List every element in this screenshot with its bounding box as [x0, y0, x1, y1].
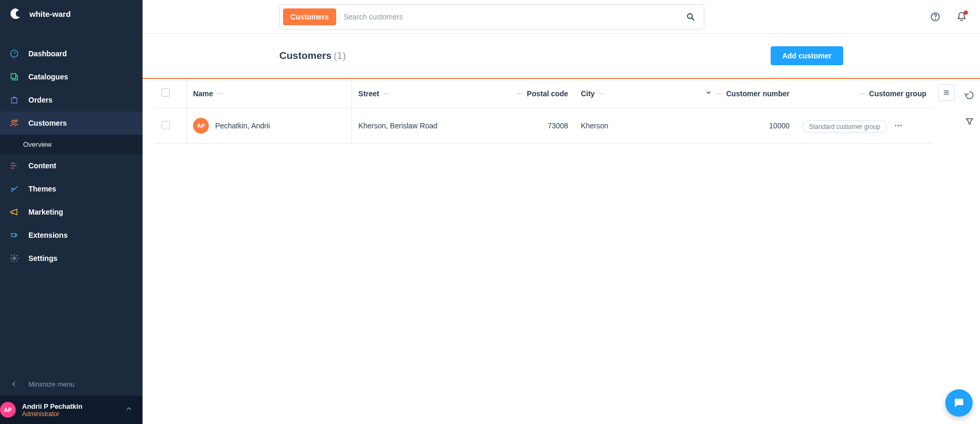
row-checkbox[interactable] [161, 121, 170, 129]
row-postal-cell: 73008 [470, 108, 574, 144]
col-street-header[interactable]: Street··· [352, 79, 470, 108]
brand-logo-icon [9, 7, 22, 20]
svg-rect-2 [12, 98, 17, 103]
add-customer-button[interactable]: Add customer [771, 46, 843, 65]
col-name-header[interactable]: Name··· [186, 79, 351, 108]
user-role: Administrator [22, 410, 83, 418]
dashboard-icon [9, 49, 19, 58]
nav-themes[interactable]: Themes [0, 177, 143, 200]
nav-themes-label: Themes [28, 185, 56, 193]
svg-point-7 [688, 14, 692, 18]
col-number-menu-icon[interactable]: ··· [716, 89, 722, 97]
nav-customers[interactable]: Customers [0, 112, 143, 135]
page-count: (1) [334, 50, 346, 62]
nav-settings[interactable]: Settings [0, 247, 143, 270]
filter-icon[interactable] [964, 116, 975, 127]
svg-rect-5 [12, 234, 16, 237]
sidebar: white-ward Dashboard Catalogues Orders [0, 0, 143, 424]
minimize-icon [9, 379, 19, 389]
user-bar[interactable]: AP Andrii P Pechatkin Administrator [0, 396, 143, 424]
row-city-cell: Kherson [574, 108, 658, 144]
col-number-header[interactable]: ··· Customer number [658, 79, 796, 108]
nav-marketing[interactable]: Marketing [0, 200, 143, 224]
col-group-header[interactable]: ···Customer group [796, 79, 933, 108]
extensions-icon [9, 230, 19, 240]
nav-settings-label: Settings [28, 254, 57, 263]
search-bar: Customers [279, 4, 704, 29]
col-group-menu-icon[interactable]: ··· [859, 89, 865, 97]
nav-catalogues-label: Catalogues [28, 73, 68, 81]
catalogues-icon [9, 72, 19, 82]
nav-customers-overview[interactable]: Overview [0, 135, 143, 154]
brand: white-ward [0, 0, 143, 27]
notification-dot [964, 11, 968, 15]
settings-icon [9, 254, 19, 263]
col-group-label: Customer group [869, 89, 926, 98]
nav-marketing-label: Marketing [28, 208, 63, 216]
col-checkbox-header [155, 79, 186, 108]
minimize-label: Minimize menu [28, 380, 74, 388]
columns-settings-button[interactable] [938, 84, 955, 101]
nav-customers-label: Customers [28, 119, 67, 127]
col-street-menu-icon[interactable]: ··· [383, 89, 389, 97]
user-avatar: AP [0, 402, 16, 418]
customers-icon [9, 118, 19, 128]
row-name: Pechatkin, Andrii [215, 122, 270, 130]
search-input[interactable] [336, 13, 685, 21]
col-postal-header[interactable]: ···Postal code [470, 79, 574, 108]
svg-line-8 [692, 18, 694, 21]
nav-catalogues[interactable]: Catalogues [0, 65, 143, 88]
help-icon[interactable] [930, 11, 941, 23]
page-title: Customers [279, 50, 331, 62]
content-icon [9, 161, 19, 170]
col-street-label: Street [358, 89, 379, 98]
nav-dashboard-label: Dashboard [28, 49, 67, 58]
user-info: Andrii P Pechatkin Administrator [22, 402, 83, 418]
chat-bubble-button[interactable] [945, 389, 973, 417]
col-postal-menu-icon[interactable]: ··· [517, 89, 523, 97]
notifications-icon[interactable] [956, 11, 967, 23]
col-city-menu-icon[interactable]: ··· [599, 89, 605, 97]
col-name-menu-icon[interactable]: ··· [217, 89, 223, 97]
nav: Dashboard Catalogues Orders Customers [0, 27, 143, 372]
nav-dashboard[interactable]: Dashboard [0, 42, 143, 65]
col-city-header[interactable]: City··· [574, 79, 658, 108]
svg-point-10 [935, 18, 936, 19]
col-number-label: Customer number [726, 89, 790, 98]
group-badge: Standard customer group [802, 120, 887, 133]
nav-extensions-label: Extensions [28, 231, 68, 239]
svg-rect-1 [11, 74, 16, 78]
row-street-cell: Kherson, Berislaw Road [352, 108, 470, 144]
right-rail [959, 79, 980, 424]
col-number-sort-icon[interactable] [705, 89, 712, 98]
table-area: Name··· Street··· ···Postal code City··· [143, 79, 980, 424]
table-row[interactable]: AP Pechatkin, Andrii Kherson, Berislaw R… [155, 108, 933, 144]
nav-orders-label: Orders [28, 96, 53, 104]
orders-icon [9, 95, 19, 105]
search-icon[interactable] [685, 11, 696, 23]
col-name-label: Name [193, 89, 213, 98]
row-number-cell: 10000 [658, 108, 796, 144]
row-group-cell: Standard customer group ··· [796, 108, 933, 144]
svg-point-6 [13, 257, 16, 260]
minimize-menu[interactable]: Minimize menu [0, 372, 143, 396]
nav-orders[interactable]: Orders [0, 88, 143, 112]
brand-name: white-ward [29, 9, 70, 18]
row-avatar: AP [193, 118, 209, 134]
nav-content-label: Content [28, 161, 56, 170]
nav-customers-overview-label: Overview [23, 140, 52, 148]
user-name: Andrii P Pechatkin [22, 402, 83, 410]
svg-point-4 [15, 120, 17, 122]
search-scope-tag[interactable]: Customers [283, 8, 336, 25]
row-checkbox-cell [155, 108, 186, 144]
svg-point-3 [12, 120, 15, 123]
customers-table: Name··· Street··· ···Postal code City··· [155, 79, 933, 144]
nav-content[interactable]: Content [0, 154, 143, 177]
select-all-checkbox[interactable] [161, 88, 170, 97]
col-city-label: City [581, 89, 594, 98]
nav-extensions[interactable]: Extensions [0, 224, 143, 247]
topbar-actions [930, 11, 967, 23]
row-name-cell: AP Pechatkin, Andrii [186, 108, 351, 144]
refresh-icon[interactable] [964, 89, 975, 101]
row-actions-icon[interactable]: ··· [889, 120, 907, 131]
